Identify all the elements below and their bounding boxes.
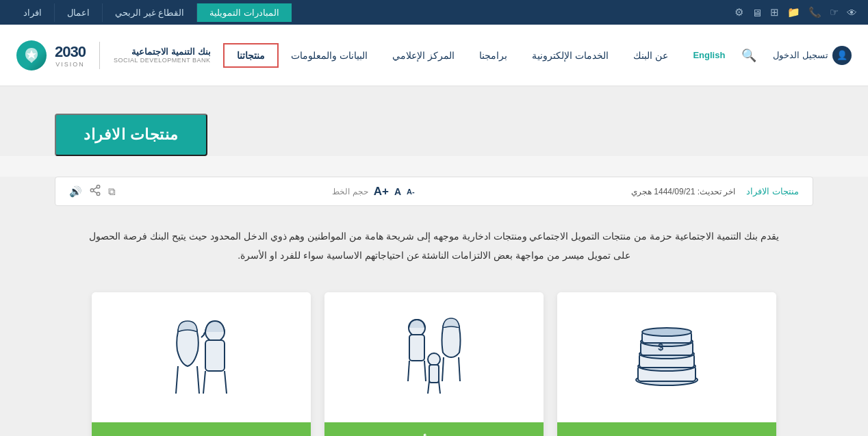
svg-line-28 — [203, 371, 205, 394]
top-nav: المبادرات التمويلية القطاع غير الربحي اع… — [11, 3, 292, 22]
card-marriage-image — [92, 292, 311, 422]
nav-about[interactable]: عن البنك — [621, 44, 680, 66]
nav-programs[interactable]: برامجنا — [467, 44, 520, 66]
top-nav-initiatives[interactable]: المبادرات التمويلية — [197, 3, 292, 22]
svg-line-20 — [442, 357, 444, 381]
nav-media[interactable]: المركز الإعلامي — [380, 44, 467, 66]
svg-rect-16 — [409, 335, 424, 361]
card-family-image — [324, 292, 544, 422]
font-normal-btn[interactable]: A — [394, 186, 401, 197]
card-marriage-financing[interactable]: تمويل الزواج — [92, 292, 311, 436]
login-button[interactable]: 👤 تسجيل الدخول — [773, 46, 852, 65]
user-icon: 👤 — [832, 46, 852, 65]
card-cash-financing[interactable]: $ التمويل النقدي — [557, 292, 776, 436]
settings-icon[interactable]: ⚙ — [735, 6, 743, 18]
card-family-financing[interactable]: تمويل الأسرة — [324, 292, 544, 436]
bank-english-name: SOCIAL DEVELOPMENT BANK — [114, 57, 211, 64]
description-text: يقدم بنك التنمية الاجتماعية حزمة من منتج… — [55, 220, 813, 272]
monitor-icon[interactable]: 🖥 — [752, 7, 762, 18]
breadcrumb-products[interactable]: منتجات الافراد — [746, 186, 799, 196]
phone-icon[interactable]: 📞 — [808, 6, 821, 18]
svg-line-25 — [439, 381, 440, 394]
font-size-label: حجم الخط — [332, 187, 368, 196]
card-cash-image: $ — [557, 292, 776, 422]
svg-line-17 — [408, 361, 409, 381]
share-icon[interactable] — [89, 184, 101, 198]
card-family-label: تمويل الأسرة — [324, 422, 544, 436]
accessibility-icons: 👁 ☞ 📞 📁 ⊞ 🖥 ⚙ — [735, 6, 857, 18]
search-button[interactable]: 🔍 — [739, 45, 759, 66]
toolbar-row: منتجات الافراد اخر تحديث: 1444/09/21 هجر… — [55, 177, 813, 206]
product-cards-row: $ التمويل النقدي — [55, 292, 813, 436]
svg-line-18 — [424, 361, 426, 381]
grid-icon[interactable]: ⊞ — [770, 6, 779, 18]
top-nav-business[interactable]: اعمال — [55, 3, 103, 22]
nav-data[interactable]: البيانات والمعلومات — [279, 44, 380, 66]
nav-products[interactable]: منتجاتنا — [223, 43, 279, 68]
svg-rect-27 — [205, 340, 225, 371]
main-header: 👤 تسجيل الدخول 🔍 English عن البنك الخدما… — [0, 25, 868, 86]
vision-2030-logo: 2030 VISION — [55, 43, 86, 68]
bank-arabic-name: بنك التنمية الاجتماعية — [114, 47, 211, 57]
svg-rect-23 — [429, 365, 439, 383]
svg-point-2 — [97, 192, 100, 196]
header-left: 👤 تسجيل الدخول 🔍 English — [693, 45, 852, 66]
svg-text:$: $ — [658, 342, 663, 352]
font-increase-btn[interactable]: +A — [374, 185, 389, 198]
svg-line-24 — [428, 381, 429, 394]
cursor-icon[interactable]: ☞ — [830, 6, 839, 18]
svg-line-21 — [459, 357, 460, 381]
svg-point-1 — [90, 189, 94, 192]
top-bar: 👁 ☞ 📞 📁 ⊞ 🖥 ⚙ المبادرات التمويلية القطاع… — [0, 0, 868, 25]
svg-point-13 — [642, 328, 691, 336]
folder-icon[interactable]: 📁 — [787, 6, 800, 18]
toolbar-left: منتجات الافراد اخر تحديث: 1444/09/21 هجر… — [631, 186, 799, 196]
card-marriage-label: تمويل الزواج — [92, 422, 311, 436]
top-nav-individuals[interactable]: افراد — [11, 3, 55, 22]
copy-icon[interactable]: ⧉ — [108, 185, 116, 198]
bank-logo-circle — [16, 40, 47, 70]
english-toggle[interactable]: English — [693, 50, 725, 60]
svg-line-4 — [93, 188, 97, 190]
nav-eservices[interactable]: الخدمات الإلكترونية — [520, 44, 621, 66]
svg-line-32 — [197, 366, 199, 394]
hero-title[interactable]: منتجات الافراد — [55, 114, 207, 156]
update-date: اخر تحديث: 1444/09/21 هجري — [631, 187, 735, 196]
top-nav-nonprofit[interactable]: القطاع غير الربحي — [103, 3, 197, 22]
hero-section: منتجات الافراد — [0, 86, 868, 156]
vision-sub: VISION — [55, 61, 86, 68]
logo-text: بنك التنمية الاجتماعية SOCIAL DEVELOPMEN… — [114, 47, 211, 64]
content-area: منتجات الافراد اخر تحديث: 1444/09/21 هجر… — [0, 177, 868, 436]
logo-area: بنك التنمية الاجتماعية SOCIAL DEVELOPMEN… — [16, 40, 211, 70]
audio-icon[interactable]: 🔊 — [69, 185, 82, 198]
svg-line-3 — [93, 191, 97, 193]
logo-divider — [99, 42, 100, 69]
toolbar-actions: ⧉ 🔊 — [69, 184, 116, 198]
svg-point-22 — [428, 353, 440, 366]
eye-icon[interactable]: 👁 — [847, 7, 857, 18]
card-cash-label: التمويل النقدي — [557, 422, 776, 436]
svg-line-29 — [225, 371, 227, 394]
font-size-controls: -A A +A حجم الخط — [332, 185, 414, 198]
font-decrease-btn[interactable]: -A — [407, 188, 415, 196]
login-label: تسجيل الدخول — [773, 50, 828, 60]
svg-point-0 — [97, 185, 100, 189]
vision-year: 2030 — [55, 43, 86, 61]
main-nav: عن البنك الخدمات الإلكترونية برامجنا الم… — [223, 43, 680, 68]
svg-line-31 — [176, 366, 178, 394]
